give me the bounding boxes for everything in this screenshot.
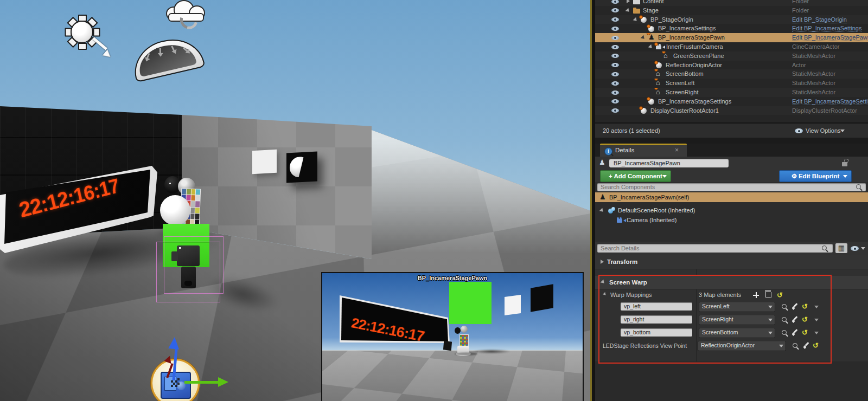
row-label[interactable]: GreenScreenPlane [673, 51, 724, 61]
visibility-eye-icon[interactable] [611, 27, 619, 31]
edit-blueprint-button[interactable]: ⚙Edit Blueprint [779, 170, 852, 182]
browse-icon[interactable] [782, 304, 787, 309]
view-options-eye-icon[interactable] [795, 128, 803, 133]
outliner-row[interactable]: InnerFrustumCamera CineCameraActor [595, 42, 868, 51]
outliner-row[interactable]: ⌂ ScreenBottom StaticMeshActor [595, 69, 868, 79]
outliner-row[interactable]: ⌂ ScreenLeft StaticMeshActor [595, 79, 868, 88]
outliner-row[interactable]: BP_StageOrigin Edit BP_StageOrigin [595, 15, 868, 24]
trash-icon[interactable] [765, 292, 771, 298]
tab-details[interactable]: i Details × [600, 144, 687, 158]
reset-icon[interactable]: ↺ [802, 316, 808, 323]
gizmo-y-axis-arrowhead[interactable] [218, 377, 228, 387]
level-viewport[interactable]: 22:12:16:17 [0, 0, 592, 401]
expander-expanded-icon[interactable] [601, 280, 608, 287]
component-row-camera[interactable]: Camera (Inherited) [595, 215, 868, 225]
reflections-dropdown[interactable]: ReflectionOriginActor [698, 341, 786, 351]
close-icon[interactable]: × [675, 146, 679, 154]
property-matrix-button[interactable]: ▦ [835, 243, 847, 253]
outliner-row[interactable]: DisplayClusterRootActor1 DisplayClusterR… [595, 106, 868, 115]
row-label[interactable]: BP_IncameraStagePawn [658, 33, 725, 42]
map-value-dropdown[interactable]: ScreenBottom [699, 328, 775, 338]
visibility-eye-icon[interactable] [611, 72, 619, 76]
directional-light-sprite[interactable] [64, 14, 98, 48]
row-label[interactable]: BP_IncameraStageSettings [658, 97, 731, 106]
outliner-row-selected[interactable]: ♟ BP_IncameraStagePawn Edit BP_IncameraS… [595, 33, 868, 42]
expander-expanded-icon[interactable] [626, 8, 633, 15]
category-screen-warp[interactable]: Screen Warp [595, 276, 868, 289]
reset-icon[interactable]: ↺ [802, 303, 808, 310]
visibility-eye-icon[interactable] [611, 36, 619, 40]
row-label[interactable]: ScreenLeft [666, 79, 694, 88]
browse-icon[interactable] [793, 343, 797, 348]
actor-name-field[interactable]: BP_IncameraStagePawn [609, 159, 729, 167]
row-edit-link[interactable]: Edit BP_IncameraStageSettings [792, 97, 868, 106]
row-label[interactable]: DisplayClusterRootActor1 [650, 106, 719, 115]
row-edit-link[interactable]: Edit BP_IncameraStagePawn [792, 33, 868, 42]
options-chevron-icon[interactable] [814, 306, 819, 311]
eyedropper-icon[interactable] [803, 342, 810, 349]
gizmo-y-axis[interactable] [184, 381, 218, 384]
search-details-input[interactable]: Search Details [597, 244, 833, 253]
outliner-row[interactable]: Content Folder [595, 0, 868, 6]
browse-icon[interactable] [782, 330, 787, 335]
visibility-eye-icon[interactable] [611, 90, 619, 95]
row-label[interactable]: BP_StageOrigin [650, 15, 693, 24]
view-options-chevron-icon[interactable] [840, 130, 845, 134]
visibility-eye-icon[interactable] [611, 0, 619, 4]
visibility-eye-icon[interactable] [611, 99, 619, 104]
led-timecode-display[interactable]: 22:12:16:17 [0, 163, 161, 255]
visibility-eye-icon[interactable] [611, 81, 619, 86]
visibility-eye-icon[interactable] [611, 8, 619, 12]
map-value-dropdown[interactable]: ScreenRight [699, 315, 775, 325]
visibility-eye-icon[interactable] [611, 45, 619, 49]
lock-icon[interactable] [842, 162, 847, 166]
search-components-input[interactable]: Search Components [597, 183, 866, 191]
expander-collapsed-icon[interactable] [627, 0, 632, 3]
outliner-row[interactable]: ReflectionOriginActor Actor [595, 61, 868, 70]
row-label[interactable]: BP_IncameraSettings [658, 24, 716, 33]
outliner-row[interactable]: ⌂ ScreenRight StaticMeshActor [595, 88, 868, 97]
row-label[interactable]: ScreenBottom [666, 69, 704, 79]
wind-cloud-sprite[interactable] [166, 0, 207, 24]
panel-splitter[interactable] [595, 138, 868, 144]
reset-icon[interactable]: ↺ [802, 329, 808, 336]
map-value-dropdown[interactable]: ScreenLeft [699, 302, 775, 312]
add-element-icon[interactable] [753, 292, 759, 298]
eyedropper-icon[interactable] [792, 303, 799, 310]
expander-expanded-icon[interactable] [599, 208, 607, 215]
outliner-row[interactable]: ⌂ GreenScreenPlane StaticMeshActor [595, 51, 868, 61]
outliner-row[interactable]: BP_IncameraSettings Edit BP_IncameraSett… [595, 24, 868, 33]
options-chevron-icon[interactable] [814, 319, 819, 324]
row-edit-link[interactable]: Edit BP_IncameraSettings [792, 24, 861, 33]
row-edit-link[interactable]: Edit BP_StageOrigin [792, 15, 847, 24]
map-key-field[interactable]: vp_left [621, 302, 692, 311]
outliner-row[interactable]: Stage Folder [595, 6, 868, 15]
category-transform[interactable]: Transform [595, 255, 868, 269]
browse-icon[interactable] [782, 317, 787, 322]
reset-icon[interactable]: ↺ [777, 292, 783, 299]
map-key-field[interactable]: vp_right [621, 315, 692, 324]
chevron-down-icon[interactable] [861, 247, 865, 252]
options-chevron-icon[interactable] [814, 332, 819, 337]
black-test-square[interactable] [286, 152, 317, 183]
eyedropper-icon[interactable] [792, 329, 799, 336]
row-label[interactable]: ScreenRight [666, 88, 699, 97]
outliner-row[interactable]: BP_IncameraStageSettings Edit BP_Incamer… [595, 97, 868, 106]
expander-expanded-icon[interactable] [648, 44, 655, 51]
reset-icon[interactable]: ↺ [813, 342, 819, 349]
row-label[interactable]: ReflectionOriginActor [666, 61, 722, 70]
row-label[interactable]: Content [643, 0, 664, 6]
gizmo-z-axis-arrowhead[interactable] [168, 337, 180, 350]
visibility-eye-icon[interactable] [611, 54, 619, 58]
skylight-dome-sprite[interactable] [129, 33, 207, 88]
expander-expanded-icon[interactable] [603, 292, 608, 297]
add-component-button[interactable]: + Add Component [600, 170, 671, 182]
expander-expanded-icon[interactable] [641, 35, 648, 42]
row-label[interactable]: InnerFrustumCamera [666, 42, 723, 51]
row-label[interactable]: Stage [643, 6, 659, 15]
component-row-scene-root[interactable]: DefaultSceneRoot (Inherited) [595, 205, 868, 215]
visibility-eye-icon[interactable] [611, 108, 619, 113]
white-test-square[interactable] [252, 150, 277, 174]
expander-collapsed-icon[interactable] [601, 260, 606, 264]
eyedropper-icon[interactable] [792, 316, 799, 323]
